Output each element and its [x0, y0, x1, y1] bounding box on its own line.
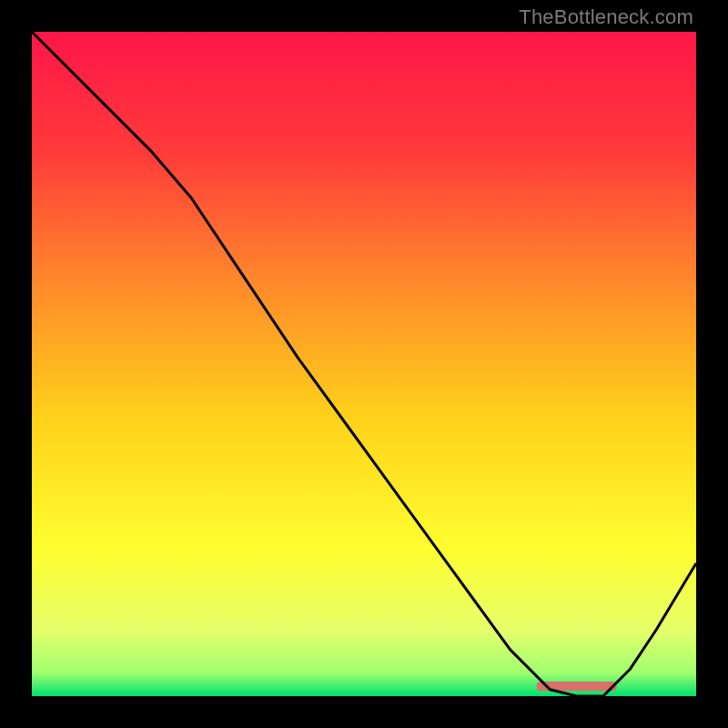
watermark-text: TheBottleneck.com — [519, 5, 693, 29]
chart-frame — [32, 32, 696, 696]
chart-plot-area — [32, 32, 696, 696]
